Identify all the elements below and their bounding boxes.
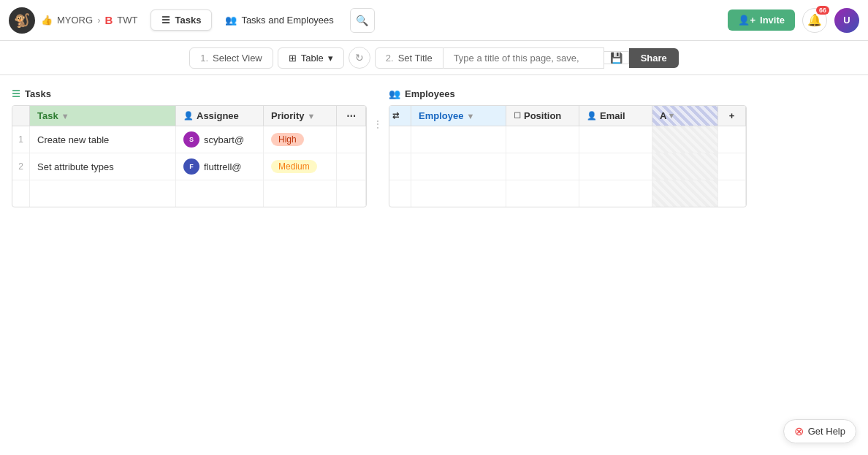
priority-cell-empty: [264, 180, 337, 207]
add-cell-3: [718, 180, 746, 207]
email-type-icon: 👤: [587, 111, 597, 121]
save-icon[interactable]: 💾: [604, 51, 629, 64]
row-num-3: [12, 180, 30, 207]
page-title-input[interactable]: [443, 47, 604, 69]
row-num-1: 1: [12, 126, 30, 153]
tasks-grid: Task ▼ 👤 Assignee Priority ▼ ⋯ 1: [12, 105, 367, 207]
priority-col-label: Priority: [271, 110, 305, 121]
assignee-cell-empty: [176, 180, 264, 207]
assignee-value-2: fluttrell@: [204, 161, 242, 172]
table-label: Table: [301, 53, 324, 64]
notification-button[interactable]: 🔔 66: [802, 8, 827, 33]
email-cell-1[interactable]: [579, 126, 652, 153]
tasks-section-header: ☰ Tasks: [12, 87, 367, 101]
task-sort-icon: ▼: [61, 112, 69, 121]
employees-section-icon: 👥: [389, 88, 400, 99]
tasks-section-label: Tasks: [25, 88, 51, 99]
tasks-section-icon: ☰: [12, 88, 20, 99]
search-button[interactable]: 🔍: [350, 8, 375, 33]
more-cell-1: [337, 126, 366, 153]
org-breadcrumb: 👍 MYORG › B TWT: [41, 14, 137, 26]
task-value-1: Create new table: [37, 134, 109, 145]
table-view-button[interactable]: ⊞ Table ▾: [278, 47, 344, 69]
tasks-tab-icon: ☰: [161, 15, 170, 26]
employee-cell-3[interactable]: [411, 180, 506, 207]
priority-cell-2[interactable]: Medium: [264, 153, 337, 180]
table-row: 2 Set attribute types F fluttrell@ Mediu…: [12, 153, 366, 180]
title-bar: 2. Set Title 💾 Share: [375, 47, 679, 69]
row-num-header: [12, 106, 30, 126]
position-col-label: Position: [524, 110, 561, 121]
invite-button[interactable]: 👤+ Invite: [728, 9, 795, 31]
employee-cell-1[interactable]: [411, 126, 506, 153]
tab-tasks[interactable]: ☰ Tasks: [151, 9, 212, 31]
share-button[interactable]: Share: [629, 48, 679, 68]
select-view-label: Select View: [213, 53, 262, 64]
tab-bar: ☰ Tasks 👥 Tasks and Employees 🔍: [151, 8, 374, 33]
email-cell-3[interactable]: [579, 180, 652, 207]
row-num-2: 2: [12, 153, 30, 180]
task-col-header[interactable]: Task ▼: [30, 106, 176, 126]
email-col-header[interactable]: 👤 Email: [579, 106, 652, 126]
assignee-col-header[interactable]: 👤 Assignee: [176, 106, 264, 126]
employee-cell-2[interactable]: [411, 153, 506, 180]
employees-section-label: Employees: [405, 88, 455, 99]
position-cell-1[interactable]: [506, 126, 579, 153]
more-col-header[interactable]: ⋯: [337, 106, 366, 126]
position-cell-3[interactable]: [506, 180, 579, 207]
assignee-avatar-1: S: [183, 131, 199, 148]
position-col-header[interactable]: ☐ Position: [506, 106, 579, 126]
set-title-button[interactable]: 2. Set Title: [375, 47, 443, 69]
employee-col-header[interactable]: Employee ▼: [411, 106, 506, 126]
table-row: [12, 180, 366, 207]
task-cell-2[interactable]: Set attribute types: [30, 153, 176, 180]
app-logo: 🐒: [9, 7, 35, 34]
breadcrumb-arrow: ›: [97, 15, 100, 26]
right-actions: 👤+ Invite 🔔 66 U: [728, 8, 859, 33]
user-avatar[interactable]: U: [834, 8, 859, 33]
separator-icon: ⋮: [373, 119, 382, 129]
employee-sort-icon: ▼: [466, 112, 474, 121]
employee-link-icon: ⇄: [392, 111, 399, 121]
extra-cell-3: [652, 180, 718, 207]
priority-cell-1[interactable]: High: [264, 126, 337, 153]
task-cell-1[interactable]: Create new table: [30, 126, 176, 153]
select-view-button[interactable]: 1. Select View: [189, 47, 273, 69]
notification-badge: 66: [816, 6, 829, 15]
email-cell-2[interactable]: [579, 153, 652, 180]
position-cell-2[interactable]: [506, 153, 579, 180]
tasks-employees-tab-label: Tasks and Employees: [241, 15, 333, 26]
toolbar: 1. Select View ⊞ Table ▾ ↻ 2. Set Title …: [0, 41, 868, 75]
main-content: ☰ Tasks Task ▼ 👤 Assignee Priority ▼: [0, 75, 868, 219]
get-help-label: Get Help: [808, 426, 845, 437]
add-cell-1: [718, 126, 746, 153]
more-cell-2: [337, 153, 366, 180]
employees-grid: ⇄ Employee ▼ ☐ Position 👤 Email A ▾: [389, 105, 747, 207]
table-separator: ⋮: [367, 87, 389, 207]
refresh-button[interactable]: ↻: [349, 47, 370, 69]
get-help-button[interactable]: ⊗ Get Help: [783, 419, 856, 443]
extra-cell-1: [652, 126, 718, 153]
table-icon: ⊞: [289, 53, 297, 64]
assignee-type-icon: 👤: [183, 111, 194, 121]
assignee-col-label: Assignee: [197, 110, 239, 121]
get-help-icon: ⊗: [794, 424, 804, 438]
add-cell-2: [718, 153, 746, 180]
tab-tasks-employees[interactable]: 👥 Tasks and Employees: [215, 10, 343, 30]
tasks-employees-tab-icon: 👥: [225, 15, 237, 26]
assignee-cell-1[interactable]: S scybart@: [176, 126, 264, 153]
task-cell-empty[interactable]: [30, 180, 176, 207]
extra-col-header[interactable]: A ▾: [652, 106, 718, 126]
position-type-icon: ☐: [514, 111, 521, 121]
select-view-num: 1.: [200, 53, 208, 64]
employees-col-headers: ⇄ Employee ▼ ☐ Position 👤 Email A ▾: [389, 106, 746, 126]
priority-col-header[interactable]: Priority ▼: [264, 106, 337, 126]
add-col-header[interactable]: +: [718, 106, 746, 126]
email-col-label: Email: [600, 110, 625, 121]
table-row: 1 Create new table S scybart@ High: [12, 126, 366, 153]
assignee-cell-2[interactable]: F fluttrell@: [176, 153, 264, 180]
org-name: MYORG: [57, 15, 93, 26]
tasks-section: ☰ Tasks Task ▼ 👤 Assignee Priority ▼: [12, 87, 367, 207]
priority-sort-icon: ▼: [308, 112, 316, 121]
priority-badge-1: High: [271, 133, 304, 146]
